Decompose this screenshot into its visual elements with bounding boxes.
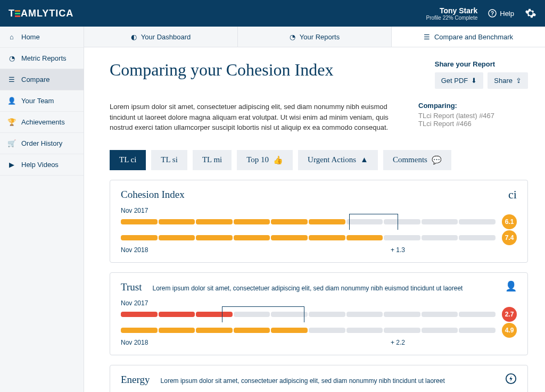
sidebar-item-label: Order History [21,139,62,147]
subtab-label: TL ci [119,155,136,164]
tab-label: Your Dashboard [141,33,191,41]
score-badge: 7.4 [502,230,517,245]
play-icon: ▶ [7,161,16,169]
bar-segment [346,235,383,240]
bar-segment [271,328,308,333]
tab-dashboard[interactable]: ◐ Your Dashboard [84,27,238,47]
metric-bar-row-1 [121,219,496,224]
pie-icon: ◔ [7,54,16,62]
thumbs-up-icon: 👍 [273,155,283,165]
page-description: Lorem ipsum dolor sit amet, consectetuer… [110,102,397,133]
bar-segment [384,235,420,240]
tab-compare-benchmark[interactable]: ☰ Compare and Benchmark [392,27,545,47]
tab-reports[interactable]: ◔ Your Reports [238,27,392,47]
sidebar-item-your-team[interactable]: 👤 Your Team [0,90,84,112]
gauge-icon: ◐ [131,33,137,41]
bar-segment [196,328,233,333]
bar-segment [459,235,496,240]
subtab-label: Comments [393,155,427,164]
sliders-icon: ☰ [424,33,430,41]
sidebar-item-achievements[interactable]: 🏆 Achievements [0,112,84,133]
bar-segment [159,328,195,333]
person-fill-icon: 👤 [505,280,517,292]
subtab-tl-si[interactable]: TL si [151,150,187,170]
metric-date-1: Nov 2017 [121,299,153,307]
button-label: Get PDF [441,77,468,85]
metric-date-2: Nov 2018 [121,246,159,254]
user-block[interactable]: Tony Stark Profile 22% Complete [426,6,478,21]
comparing-item: TLci Report #466 [418,120,494,128]
score-badge: 6.1 [502,214,517,229]
bar-segment [159,312,195,317]
settings-button[interactable] [525,7,536,19]
bar-segment [234,328,270,333]
bar-segment [346,328,383,333]
sidebar-item-metric-reports[interactable]: ◔ Metric Reports [0,48,84,69]
main-area: ◐ Your Dashboard ◔ Your Reports ☰ Compar… [84,27,545,392]
top-navbar: TAMLYTICA Tony Stark Profile 22% Complet… [0,0,545,27]
metric-description: Lorem ipsum dolor sit amet, consectetuer… [161,377,517,385]
bar-segment [196,219,233,224]
metric-delta: + 1.3 [391,246,405,254]
subtab-urgent-actions[interactable]: Urgent Actions ▲ [298,150,378,170]
tab-label: Compare and Benchmark [434,33,513,41]
bar-segment [459,312,496,317]
metric-delta: + 2.2 [391,339,405,346]
comparing-title: Comparing: [418,102,494,110]
metric-title: Trust [121,281,142,293]
sidebar-item-home[interactable]: ⌂ Home [0,27,84,48]
sidebar-item-label: Achievements [21,118,65,126]
warning-icon: ▲ [360,155,368,164]
metric-card: ci Cohesion Index Nov 2017 6.1 7.4 Nov 2… [110,180,528,263]
subtab-comments[interactable]: Comments 💬 [383,150,451,170]
subtab-tl-mi[interactable]: TL mi [193,150,232,170]
metric-bar-row-1 [121,312,496,317]
sidebar-item-help-videos[interactable]: ▶ Help Videos [0,154,84,176]
subtab-label: Top 10 [246,155,269,164]
logo[interactable]: TAMLYTICA [9,8,73,19]
subtab-top-10[interactable]: Top 10 👍 [237,150,293,170]
bar-segment [159,235,195,240]
sidebar-item-compare[interactable]: ☰ Compare [0,69,84,90]
bar-segment [271,235,308,240]
sidebar-item-label: Compare [21,76,49,84]
button-label: Share [494,77,513,85]
bar-segment [384,312,420,317]
metric-bar-row-2 [121,328,496,333]
pie-icon: ◔ [290,33,295,41]
logo-text: AMLYTICA [21,8,73,19]
sidebar: ⌂ Home ◔ Metric Reports ☰ Compare 👤 Your… [0,27,84,392]
share-button[interactable]: Share ⇪ [488,72,528,89]
user-profile-status: Profile 22% Complete [426,15,478,21]
bar-segment [234,219,270,224]
comments-icon: 💬 [432,155,442,165]
bar-segment [121,312,158,317]
bar-segment [459,219,496,224]
share-icon: ⇪ [516,77,522,85]
subtab-tl-ci[interactable]: TL ci [110,150,146,170]
bar-segment [422,328,458,333]
help-button[interactable]: ? Help [488,9,514,18]
bar-segment [121,328,158,333]
sidebar-item-label: Metric Reports [21,54,67,62]
basket-icon: 🛒 [7,139,16,147]
bar-segment [422,312,458,317]
bar-segment [121,235,158,240]
get-pdf-button[interactable]: Get PDF ⬇ [435,72,484,89]
subtab-label: TL si [161,155,178,164]
sidebar-item-label: Your Team [21,97,54,105]
svg-text:?: ? [491,11,494,16]
bar-segment [422,235,458,240]
bar-segment [309,219,345,224]
comparing-item: TLci Report (latest) #467 [418,112,494,120]
sidebar-item-order-history[interactable]: 🛒 Order History [0,133,84,154]
comparing-block: Comparing: TLci Report (latest) #467 TLc… [418,102,494,133]
subtab-label: TL mi [202,155,222,164]
logo-bars-icon [15,10,20,17]
metric-card: Energy Lorem ipsum dolor sit amet, conse… [110,365,528,393]
bar-segment [121,219,158,224]
home-icon: ⌂ [7,33,16,41]
metric-title: Cohesion Index [121,189,185,201]
bar-segment [234,235,270,240]
trophy-icon: 🏆 [7,118,16,126]
